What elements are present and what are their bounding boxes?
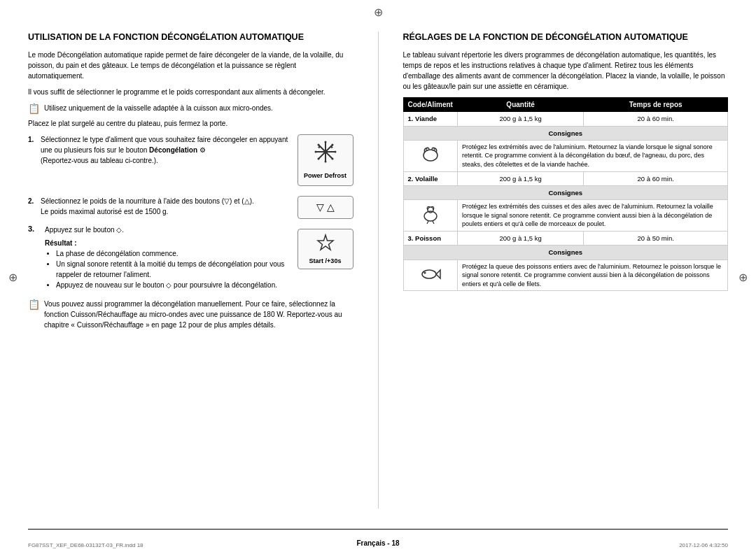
right-section-title: RÉGLAGES DE LA FONCTION DE DÉCONGÉLATION… (403, 31, 729, 43)
result-item-2: Un signal sonore retentit à la moitié du… (56, 259, 290, 280)
power-defrost-button-illustration: ✦ ✦ Power Defrost (298, 134, 354, 190)
th-quantity: Quantité (457, 98, 583, 112)
step-2-text: Sélectionnez le poids de la nourriture à… (41, 197, 254, 205)
column-divider (378, 31, 379, 509)
poisson-consignes-header: Consignes (403, 246, 728, 260)
viande-icon-cell (403, 140, 457, 171)
viande-consignes-text: Protégez les extrémités avec de l'alumin… (457, 140, 727, 171)
start-button-illustration: Start /+30s (298, 225, 354, 269)
table-row-volaille-main: 2. Volaille 200 g à 1,5 kg 20 à 60 min. (403, 171, 728, 185)
bottom-left-text: FG87SST_XEF_DE68-03132T-03_FR.indd 18 (28, 542, 144, 548)
step-1: 1. Sélectionnez le type d'aliment que vo… (28, 134, 354, 190)
start-icon (304, 234, 347, 256)
viande-quantity: 200 g à 1,5 kg (457, 112, 583, 126)
step-2-text-part: Sélectionnez le poids de la nourriture à… (41, 196, 290, 217)
bottom-right-text: 2017-12-06 4:32:50 (679, 542, 728, 548)
top-compass-icon: ⊕ (374, 6, 383, 19)
footer-line (28, 529, 728, 530)
power-defrost-icon: ✦ ✦ (304, 139, 347, 170)
left-intro-text2: Il vous suffit de sélectionner le progra… (28, 87, 354, 97)
arrow-buttons-box: ▽ △ (298, 196, 354, 219)
poisson-temps: 20 à 50 min. (584, 232, 728, 246)
poisson-icon-cell (403, 260, 457, 291)
svg-point-11 (317, 158, 319, 160)
step-2-text2: Le poids maximal autorisé est de 1500 g. (41, 208, 168, 215)
table-row-viande-main: 1. Viande 200 g à 1,5 kg 20 à 60 min. (403, 112, 728, 126)
left-section: UTILISATION DE LA FONCTION DÉCONGÉLATION… (28, 31, 354, 509)
step-3-text: Appuyez sur le bouton ◇. (45, 226, 124, 234)
svg-point-4 (324, 141, 326, 143)
table-header-row: Code/Aliment Quantité Temps de repos (403, 98, 728, 112)
step-1-icon-ref: ⚙ (200, 146, 206, 154)
food-table: Code/Aliment Quantité Temps de repos 1. … (403, 97, 729, 291)
table-row-poisson-consignes: Protégez la queue des poissons entiers a… (403, 260, 728, 291)
svg-point-9 (331, 158, 333, 160)
start-btn-box: Start /+30s (298, 229, 354, 269)
svg-point-6 (314, 151, 316, 153)
svg-text:✦: ✦ (330, 145, 334, 150)
svg-text:✦: ✦ (317, 145, 321, 150)
step-2-number: 2. (28, 196, 38, 206)
viande-temps: 20 à 60 min. (584, 112, 728, 126)
step-1-content: Sélectionnez le type d'aliment que vous … (41, 134, 354, 190)
table-row-viande-consignes-header: Consignes (403, 126, 728, 140)
viande-consignes-header: Consignes (403, 126, 728, 140)
note-icon-1: 📋 (28, 103, 40, 114)
svg-point-22 (422, 270, 436, 278)
volaille-quantity: 200 g à 1,5 kg (457, 171, 583, 185)
step-2-with-image: Sélectionnez le poids de la nourriture à… (41, 196, 354, 219)
svg-marker-14 (318, 235, 333, 250)
step-1-bold: Décongélation (149, 146, 200, 154)
table-row-poisson-main: 3. Poisson 200 g à 1,5 kg 20 à 50 min. (403, 232, 728, 246)
note-text-2: Vous pouvez aussi programmer la décongél… (44, 299, 354, 330)
svg-point-15 (424, 150, 438, 161)
volaille-temps: 20 à 60 min. (584, 171, 728, 185)
left-compass-icon: ⊕ (8, 271, 18, 284)
svg-point-5 (324, 161, 326, 163)
right-section: RÉGLAGES DE LA FONCTION DE DÉCONGÉLATION… (403, 31, 729, 509)
volaille-consignes-header: Consignes (403, 185, 728, 199)
note-box-2: 📋 Vous pouvez aussi programmer la décong… (28, 299, 354, 330)
poisson-code: 3. Poisson (403, 232, 457, 246)
result-list: La phase de décongélation commence. Un s… (45, 248, 290, 290)
left-intro-text1: Le mode Décongélation automatique rapide… (28, 50, 354, 81)
volaille-consignes-text: Protégez les extrémités des cuisses et d… (457, 200, 727, 232)
svg-point-7 (334, 151, 336, 153)
step-1-text2: (Reportez-vous au tableau ci-contre.). (41, 157, 158, 164)
power-defrost-btn-box: ✦ ✦ Power Defrost (298, 134, 354, 186)
right-intro-text: Le tableau suivant répertorie les divers… (403, 50, 729, 92)
step-2-content: Sélectionnez le poids de la nourriture à… (41, 196, 354, 219)
poisson-quantity: 200 g à 1,5 kg (457, 232, 583, 246)
svg-line-21 (433, 221, 434, 224)
right-compass-icon: ⊕ (738, 271, 748, 284)
result-item-1: La phase de décongélation commence. (56, 248, 290, 259)
volaille-code: 2. Volaille (403, 171, 457, 185)
start-label: Start /+30s (309, 257, 342, 264)
arrow-buttons-illustration: ▽ △ (298, 196, 354, 219)
result-item-3: Appuyez de nouveau sur le bouton ◇ pour … (56, 280, 290, 290)
table-row-poisson-consignes-header: Consignes (403, 246, 728, 260)
footer-label: Français - 18 (356, 539, 399, 547)
th-temps: Temps de repos (584, 98, 728, 112)
table-row-volaille-consignes-header: Consignes (403, 185, 728, 199)
down-arrow-icon: ▽ (316, 200, 324, 215)
th-code: Code/Aliment (403, 98, 457, 112)
step-3-number: 3. (28, 225, 38, 233)
volaille-icon-cell (403, 200, 457, 232)
step-place-text: Placez le plat surgelé au centre du plat… (28, 118, 354, 129)
step-1-with-image: Sélectionnez le type d'aliment que vous … (41, 134, 354, 190)
step-3-text-area: Appuyez sur le bouton ◇. Résultat : La p… (45, 225, 290, 290)
step-3: 3. Appuyez sur le bouton ◇. Résultat : L… (28, 225, 354, 290)
result-label: Résultat : (45, 239, 77, 247)
note-text-1: Utilisez uniquement de la vaisselle adap… (44, 103, 273, 113)
left-section-title: UTILISATION DE LA FONCTION DÉCONGÉLATION… (28, 31, 354, 43)
step-1-number: 1. (28, 134, 38, 145)
result-section: Résultat : La phase de décongélation com… (45, 238, 290, 290)
step-1-text-part: Sélectionnez le type d'aliment que vous … (41, 134, 290, 166)
poisson-consignes-text: Protégez la queue des poissons entiers a… (457, 260, 727, 291)
up-arrow-icon: △ (327, 200, 335, 215)
table-row-volaille-consignes: Protégez les extrémités des cuisses et d… (403, 200, 728, 232)
svg-line-20 (427, 221, 428, 224)
viande-code: 1. Viande (403, 112, 457, 126)
step-2: 2. Sélectionnez le poids de la nourritur… (28, 196, 354, 219)
